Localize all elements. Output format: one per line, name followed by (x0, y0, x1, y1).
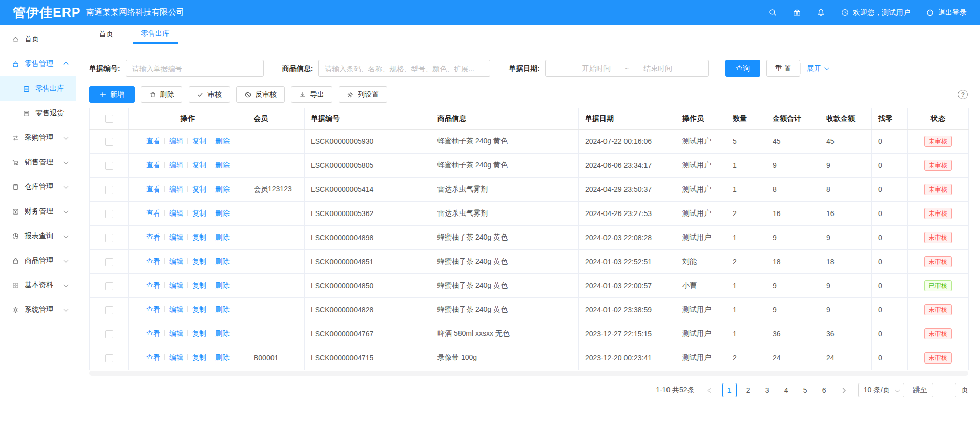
cell-code: LSCK00000005805 (305, 154, 431, 178)
view-link[interactable]: 查看 (146, 353, 160, 361)
copy-link[interactable]: 复制 (192, 233, 206, 241)
row-checkbox[interactable] (105, 234, 113, 242)
copy-link[interactable]: 复制 (192, 305, 206, 313)
sidebar-item-sales[interactable]: 销售管理 (0, 150, 76, 175)
sidebar-item-purchase[interactable]: 采购管理 (0, 125, 76, 150)
sidebar-item-retail-out[interactable]: 零售出库 (0, 76, 76, 101)
expand-link[interactable]: 展开 (807, 64, 828, 73)
row-checkbox[interactable] (105, 162, 113, 170)
row-checkbox[interactable] (105, 354, 113, 362)
edit-link[interactable]: 编辑 (169, 233, 183, 241)
row-checkbox[interactable] (105, 258, 113, 266)
cell-operator: 测试用户 (676, 178, 726, 202)
view-link[interactable]: 查看 (146, 137, 160, 145)
delete-link[interactable]: 删除 (215, 161, 230, 169)
row-checkbox[interactable] (105, 282, 113, 290)
cell-qty: 1 (726, 154, 766, 178)
delete-link[interactable]: 删除 (215, 209, 230, 217)
horizontal-scrollbar[interactable] (89, 371, 968, 376)
edit-link[interactable]: 编辑 (169, 257, 183, 265)
logout-button[interactable]: 退出登录 (926, 8, 967, 17)
sidebar-item-basic[interactable]: 基本资料 (0, 273, 76, 297)
page-button-2[interactable]: 2 (741, 383, 756, 397)
row-checkbox[interactable] (105, 138, 113, 146)
copy-link[interactable]: 复制 (192, 353, 206, 361)
cell-checkbox (90, 298, 129, 322)
view-link[interactable]: 查看 (146, 185, 160, 193)
edit-link[interactable]: 编辑 (169, 161, 183, 169)
audit-button[interactable]: 审核 (189, 86, 230, 103)
delete-link[interactable]: 删除 (215, 257, 230, 265)
search-button[interactable]: 查询 (725, 60, 760, 77)
reset-button[interactable]: 重置 (766, 60, 800, 77)
copy-link[interactable]: 复制 (192, 185, 206, 193)
row-checkbox[interactable] (105, 330, 113, 338)
product-input[interactable] (318, 60, 490, 77)
copy-link[interactable]: 复制 (192, 209, 206, 217)
edit-link[interactable]: 编辑 (169, 185, 183, 193)
page-button-1[interactable]: 1 (722, 383, 737, 397)
edit-link[interactable]: 编辑 (169, 353, 183, 361)
view-link[interactable]: 查看 (146, 305, 160, 313)
edit-link[interactable]: 编辑 (169, 329, 183, 337)
delete-button[interactable]: 删除 (141, 86, 182, 103)
view-link[interactable]: 查看 (146, 209, 160, 217)
page-button-5[interactable]: 5 (798, 383, 812, 397)
copy-link[interactable]: 复制 (192, 137, 206, 145)
sidebar-item-report[interactable]: 报表查询 (0, 224, 76, 248)
copy-link[interactable]: 复制 (192, 281, 206, 289)
copy-link[interactable]: 复制 (192, 257, 206, 265)
delete-link[interactable]: 删除 (215, 233, 230, 241)
sidebar-item-goods[interactable]: 商品管理 (0, 248, 76, 273)
sidebar-item-system[interactable]: 系统管理 (0, 297, 76, 322)
row-checkbox[interactable] (105, 210, 113, 218)
prev-page-button[interactable] (703, 383, 718, 397)
search-icon[interactable] (768, 8, 777, 17)
sidebar-item-finance[interactable]: 财务管理 (0, 199, 76, 224)
copy-link[interactable]: 复制 (192, 161, 206, 169)
page-button-4[interactable]: 4 (779, 383, 794, 397)
building-icon[interactable] (793, 8, 801, 17)
page-button-6[interactable]: 6 (817, 383, 831, 397)
unaudit-button[interactable]: 反审核 (236, 86, 285, 103)
next-page-button[interactable] (836, 383, 850, 397)
jump-page-input[interactable] (932, 383, 956, 397)
edit-link[interactable]: 编辑 (169, 137, 183, 145)
code-input[interactable] (126, 60, 264, 77)
cell-code: LSCK00000004898 (305, 226, 431, 250)
select-all-checkbox[interactable] (105, 115, 113, 123)
sidebar-item-retail-return[interactable]: 零售退货 (0, 101, 76, 125)
sidebar-item-home[interactable]: 首页 (0, 27, 76, 52)
view-link[interactable]: 查看 (146, 329, 160, 337)
cell-status: 未审核 (908, 226, 969, 250)
view-link[interactable]: 查看 (146, 281, 160, 289)
view-link[interactable]: 查看 (146, 161, 160, 169)
add-button[interactable]: 新增 (89, 86, 135, 103)
date-range-input[interactable]: 开始时间 ~ 结束时间 (545, 60, 709, 77)
page-size-select[interactable]: 10 条/页 (858, 383, 904, 397)
delete-link[interactable]: 删除 (215, 185, 230, 193)
delete-link[interactable]: 删除 (215, 281, 230, 289)
bell-icon[interactable] (817, 8, 825, 17)
row-checkbox[interactable] (105, 306, 113, 314)
view-link[interactable]: 查看 (146, 257, 160, 265)
page-button-3[interactable]: 3 (760, 383, 775, 397)
delete-link[interactable]: 删除 (215, 137, 230, 145)
sidebar-item-retail[interactable]: 零售管理 (0, 52, 76, 76)
sidebar-item-warehouse[interactable]: 仓库管理 (0, 175, 76, 199)
delete-link[interactable]: 删除 (215, 305, 230, 313)
edit-link[interactable]: 编辑 (169, 281, 183, 289)
tab-retail-out[interactable]: 零售出库 (133, 25, 178, 44)
row-checkbox[interactable] (105, 186, 113, 194)
tab-home[interactable]: 首页 (91, 25, 121, 44)
view-link[interactable]: 查看 (146, 233, 160, 241)
column-settings-button[interactable]: 列设置 (339, 86, 387, 103)
edit-link[interactable]: 编辑 (169, 305, 183, 313)
delete-link[interactable]: 删除 (215, 329, 230, 337)
delete-link[interactable]: 删除 (215, 353, 230, 361)
cell-received: 24 (820, 346, 872, 370)
export-button[interactable]: 导出 (291, 86, 332, 103)
copy-link[interactable]: 复制 (192, 329, 206, 337)
edit-link[interactable]: 编辑 (169, 209, 183, 217)
help-icon[interactable]: ? (958, 90, 968, 99)
